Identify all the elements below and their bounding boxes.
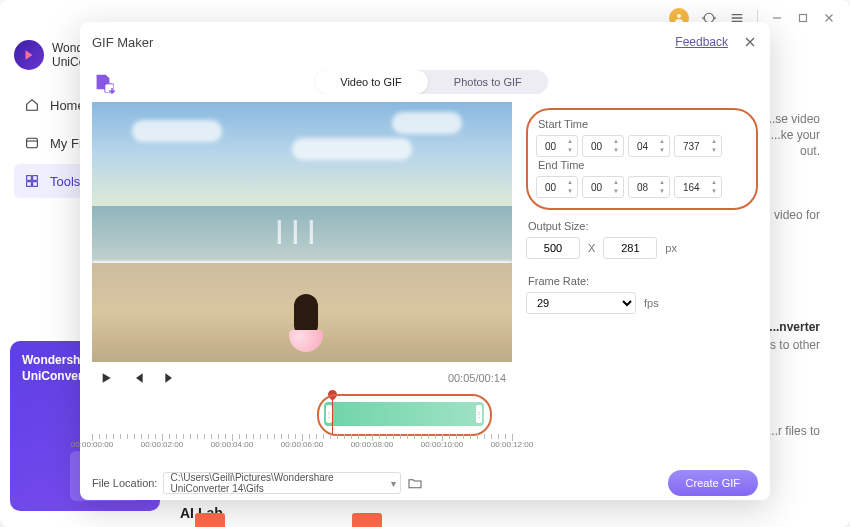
open-folder-button[interactable] — [407, 475, 423, 491]
ruler-label: 00:00:00:00 — [71, 440, 113, 449]
end-seconds[interactable]: 08▲▼ — [628, 176, 670, 198]
file-location-input[interactable]: C:\Users\Geili\Pictures\Wondershare UniC… — [163, 472, 401, 494]
start-minutes[interactable]: 00▲▼ — [582, 135, 624, 157]
free-badge — [352, 513, 382, 527]
modal-footer: File Location: C:\Users\Geili\Pictures\W… — [80, 466, 770, 500]
bg-heading: ...nverter — [769, 320, 820, 334]
video-controls: 00:05/00:14 — [92, 362, 512, 394]
create-gif-button[interactable]: Create GIF — [668, 470, 758, 496]
video-subject — [294, 294, 323, 352]
highlight-ring-settings: Start Time 00▲▼ 00▲▼ 04▲▼ 737▲▼ End Time… — [526, 108, 758, 210]
start-time-label: Start Time — [538, 118, 748, 130]
end-hours[interactable]: 00▲▼ — [536, 176, 578, 198]
highlight-ring — [317, 394, 492, 436]
window-close[interactable] — [822, 11, 836, 25]
modal-header: GIF Maker Feedback — [80, 22, 770, 62]
output-size-label: Output Size: — [528, 220, 758, 232]
tab-photos-to-gif[interactable]: Photos to GIF — [428, 70, 548, 94]
pause-overlay-icon: ▎▎▎ — [278, 220, 326, 244]
tab-switch: Video to GIF Photos to GIF — [114, 70, 748, 94]
svg-rect-3 — [27, 138, 38, 147]
ruler-label: 00:00:10:00 — [421, 440, 463, 449]
gif-maker-modal: GIF Maker Feedback Video to GIF Photos t… — [80, 22, 770, 500]
window-minimize[interactable] — [770, 11, 784, 25]
start-ms[interactable]: 737▲▼ — [674, 135, 722, 157]
bg-text: ...r files to — [768, 424, 820, 438]
svg-rect-7 — [33, 182, 38, 187]
start-hours[interactable]: 00▲▼ — [536, 135, 578, 157]
ruler-label: 00:00:12:00 — [491, 440, 533, 449]
framerate-select[interactable]: 29 — [526, 292, 636, 314]
modal-subheader: Video to GIF Photos to GIF — [80, 62, 770, 102]
chevron-down-icon: ▾ — [391, 478, 396, 489]
timeline[interactable]: ⋮ ⋮ 00:00:00:0000:00:02:0000:00:04:0000:… — [92, 394, 512, 450]
output-height[interactable] — [603, 237, 657, 259]
feedback-link[interactable]: Feedback — [675, 35, 728, 49]
modal-title: GIF Maker — [92, 35, 153, 50]
svg-rect-2 — [800, 15, 807, 22]
end-ms[interactable]: 164▲▼ — [674, 176, 722, 198]
end-time-label: End Time — [538, 159, 748, 171]
output-width[interactable] — [526, 237, 580, 259]
home-icon — [24, 97, 40, 113]
bg-text: ...ke your — [771, 128, 820, 142]
file-location-label: File Location: — [92, 477, 157, 489]
next-button[interactable] — [162, 370, 178, 386]
modal-close-button[interactable] — [742, 34, 758, 50]
x-label: X — [588, 242, 595, 254]
framerate-label: Frame Rate: — [528, 275, 758, 287]
time-ruler: 00:00:00:0000:00:02:0000:00:04:0000:00:0… — [92, 434, 512, 446]
play-button[interactable] — [98, 370, 114, 386]
settings-panel: Start Time 00▲▼ 00▲▼ 04▲▼ 737▲▼ End Time… — [526, 102, 758, 462]
bg-text: ...se video — [765, 112, 820, 126]
svg-rect-5 — [33, 176, 38, 181]
start-seconds[interactable]: 04▲▼ — [628, 135, 670, 157]
app-logo-icon — [14, 40, 44, 70]
fps-label: fps — [644, 297, 659, 309]
free-badge — [195, 513, 225, 527]
window-maximize[interactable] — [796, 11, 810, 25]
files-icon — [24, 135, 40, 151]
svg-rect-6 — [27, 182, 32, 187]
svg-rect-4 — [27, 176, 32, 181]
time-display: 00:05/00:14 — [448, 372, 506, 384]
ruler-label: 00:00:04:00 — [211, 440, 253, 449]
ruler-label: 00:00:06:00 — [281, 440, 323, 449]
px-label: px — [665, 242, 677, 254]
ruler-label: 00:00:08:00 — [351, 440, 393, 449]
ruler-label: 00:00:02:00 — [141, 440, 183, 449]
nav-label: Tools — [50, 174, 80, 189]
tab-video-to-gif[interactable]: Video to GIF — [314, 70, 428, 94]
prev-button[interactable] — [130, 370, 146, 386]
tools-icon — [24, 173, 40, 189]
svg-point-0 — [677, 14, 681, 18]
bg-text: out. — [800, 144, 820, 158]
end-minutes[interactable]: 00▲▼ — [582, 176, 624, 198]
add-media-button[interactable] — [92, 71, 114, 93]
video-preview[interactable]: ▎▎▎ — [92, 102, 512, 362]
